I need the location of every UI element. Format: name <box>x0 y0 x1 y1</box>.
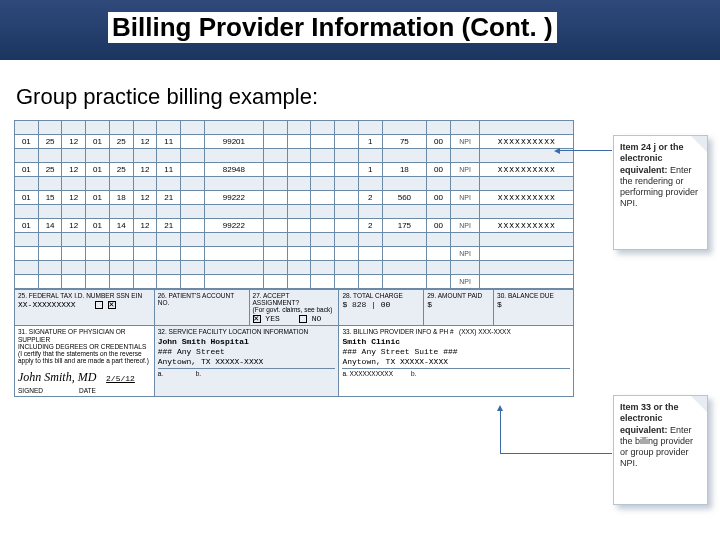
cell <box>109 247 133 261</box>
cell: 14 <box>38 219 62 233</box>
box26-label: 26. PATIENT'S ACCOUNT NO. <box>158 292 246 306</box>
cell <box>287 163 311 177</box>
npi-label-cell: NPI <box>450 135 480 149</box>
npi-label-cell: NPI <box>450 163 480 177</box>
cell <box>264 135 288 149</box>
box32b: b. <box>196 370 201 377</box>
cell <box>181 219 205 233</box>
npi-value-cell: XXXXXXXXXX <box>480 191 574 205</box>
box33b: b. <box>411 370 416 377</box>
cell: 15 <box>38 191 62 205</box>
cell <box>181 135 205 149</box>
cell <box>264 219 288 233</box>
cell <box>181 275 205 289</box>
cell: 14 <box>109 219 133 233</box>
cell <box>86 247 110 261</box>
service-line-shade <box>15 121 574 135</box>
cell: 25 <box>109 135 133 149</box>
note-fold-icon <box>691 396 707 412</box>
cell <box>335 191 359 205</box>
cell: 12 <box>133 191 157 205</box>
cell <box>427 275 451 289</box>
note-fold-icon <box>691 136 707 152</box>
cell: 01 <box>15 163 39 177</box>
cell: 12 <box>133 135 157 149</box>
cell <box>157 275 181 289</box>
cell: 99222 <box>204 219 263 233</box>
box27-yes-label: YES <box>265 314 279 323</box>
cell: 21 <box>157 219 181 233</box>
cell: 1 <box>358 163 382 177</box>
box27-yes-checkbox <box>253 315 261 323</box>
box32-line3: Anytown, TX XXXXX-XXXX <box>158 357 336 366</box>
box33-line3: Anytown, TX XXXXX-XXXX <box>342 357 570 366</box>
box29-label: 29. AMOUNT PAID <box>427 292 490 299</box>
cell <box>15 275 39 289</box>
box28-label: 28. TOTAL CHARGE <box>342 292 420 299</box>
cell <box>15 247 39 261</box>
cell <box>287 135 311 149</box>
cell: 75 <box>382 135 426 149</box>
npi-label-cell: NPI <box>450 247 480 261</box>
cell: 01 <box>86 191 110 205</box>
cell <box>204 275 263 289</box>
claim-bottom-grid: 25. FEDERAL TAX I.D. NUMBER SSN EIN XX-X… <box>14 289 574 397</box>
box32-line1: John Smith Hospital <box>158 337 336 346</box>
arrow-to-33-head <box>497 405 503 411</box>
box25-ein-checkbox <box>108 301 116 309</box>
cell <box>264 163 288 177</box>
cell <box>335 275 359 289</box>
box27-no-checkbox <box>299 315 307 323</box>
service-line: 0115120118122199222256000NPIXXXXXXXXXX <box>15 191 574 205</box>
cell <box>62 275 86 289</box>
cell <box>358 275 382 289</box>
cell <box>287 275 311 289</box>
cell <box>264 275 288 289</box>
cell: 01 <box>15 135 39 149</box>
npi-value-cell <box>480 275 574 289</box>
cell: 12 <box>62 219 86 233</box>
arrow-to-24j <box>560 150 612 151</box>
cell: 99201 <box>204 135 263 149</box>
cell <box>109 275 133 289</box>
cell <box>335 135 359 149</box>
box33-phone: (XXX) XXX-XXXX <box>459 328 511 335</box>
cell <box>133 275 157 289</box>
cell <box>335 163 359 177</box>
cell: 01 <box>86 219 110 233</box>
npi-label-cell: NPI <box>450 275 480 289</box>
box33a: a. XXXXXXXXXX <box>342 370 393 377</box>
box30-label: 30. BALANCE DUE <box>497 292 570 299</box>
cell: 12 <box>133 163 157 177</box>
box32a: a. <box>158 370 163 377</box>
cell: 00 <box>427 135 451 149</box>
cell: 01 <box>86 135 110 149</box>
box29-value: $ <box>427 300 490 309</box>
arrow-to-33 <box>500 453 612 454</box>
cell: 01 <box>15 191 39 205</box>
cell <box>86 275 110 289</box>
npi-value-cell: XXXXXXXXXX <box>480 219 574 233</box>
service-line-table: 012512012512119920117500NPIXXXXXXXXXX012… <box>14 120 574 289</box>
cell: 01 <box>15 219 39 233</box>
cell <box>157 247 181 261</box>
cell: 11 <box>157 163 181 177</box>
cell <box>358 247 382 261</box>
claim-form: 012512012512119920117500NPIXXXXXXXXXX012… <box>14 120 604 397</box>
box32-label: 32. SERVICE FACILITY LOCATION INFORMATIO… <box>158 328 336 335</box>
service-line: NPI <box>15 247 574 261</box>
cell <box>382 275 426 289</box>
cell <box>264 247 288 261</box>
npi-value-cell <box>480 247 574 261</box>
cell: 01 <box>86 163 110 177</box>
cell <box>311 163 335 177</box>
service-line-shade <box>15 261 574 275</box>
box31-date: 2/5/12 <box>106 374 135 383</box>
box25-label: 25. FEDERAL TAX I.D. NUMBER SSN EIN <box>18 292 151 299</box>
cell <box>335 219 359 233</box>
cell: 2 <box>358 191 382 205</box>
page-title-text: Billing Provider Information (Cont. ) <box>112 12 553 42</box>
service-line: NPI <box>15 275 574 289</box>
box33-label: 33. BILLING PROVIDER INFO & PH # <box>342 328 453 335</box>
box30-value: $ <box>497 300 570 309</box>
